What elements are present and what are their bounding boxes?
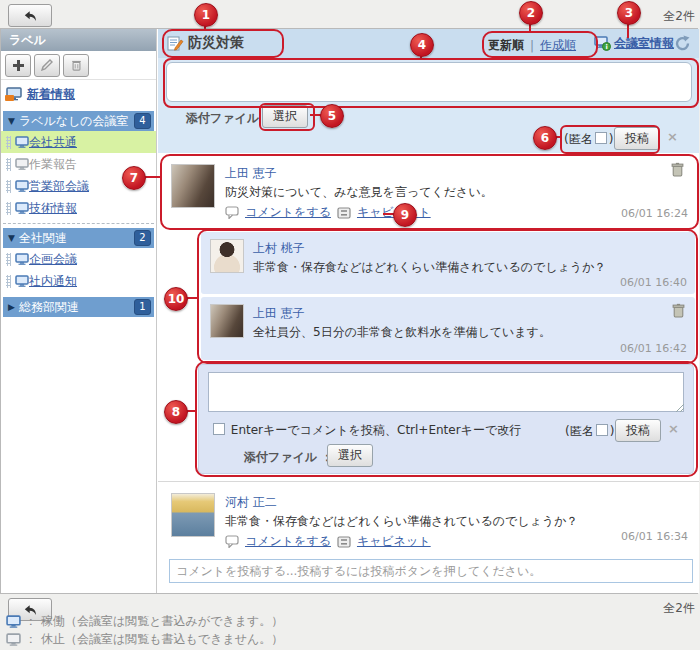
- topic-main: 防災対策 更新順 | 作成順 i 会議室情報: [158, 29, 699, 593]
- add-label-button[interactable]: [5, 54, 31, 77]
- comment-link[interactable]: コメントをする: [245, 533, 331, 550]
- comment-author[interactable]: 上田 恵子: [225, 165, 277, 182]
- room-info-link[interactable]: 会議室情報: [614, 35, 674, 52]
- sort-created-order[interactable]: 作成順: [540, 37, 576, 54]
- enter-hint-label: Enterキーでコメントを投稿、Ctrl+Enterキーで改行: [231, 423, 521, 437]
- post-button[interactable]: 投稿: [615, 419, 661, 442]
- drag-handle[interactable]: [6, 275, 11, 288]
- legend-suspended: ： 休止（会議室は閲覧も書込もできません。）: [6, 631, 283, 648]
- legend-text: 稼働（会議室は閲覧と書込みができます。）: [41, 613, 283, 630]
- reply-uemura: 上村 桃子 非常食・保存食などはどれくらい準備されているのでしょうか？ 06/0…: [201, 232, 695, 294]
- divider: [158, 481, 699, 482]
- cabinet-link[interactable]: キャビネット: [357, 533, 431, 550]
- cabinet-link[interactable]: キャビネット: [357, 204, 431, 221]
- group-count-badge: 1: [134, 299, 151, 315]
- new-info-icon: [5, 87, 23, 102]
- legend-text: 休止（会議室は閲覧も書込もできません。）: [41, 631, 283, 648]
- room-link[interactable]: 社内通知: [29, 273, 77, 290]
- delete-label-button[interactable]: [63, 54, 89, 77]
- drag-handle[interactable]: [6, 202, 11, 215]
- monitor-icon: [15, 253, 29, 265]
- drag-handle[interactable]: [6, 158, 11, 171]
- plus-icon: [13, 60, 24, 71]
- cabinet-icon: [337, 536, 351, 548]
- comment-link[interactable]: コメントをする: [245, 204, 331, 221]
- sidebar-item-kaisha-kyotsu[interactable]: 会社共通: [1, 131, 156, 153]
- callout-3: 3: [617, 1, 641, 25]
- sidebar-group-somubu[interactable]: ▶ 総務部関連 1: [3, 297, 154, 317]
- total-count-top: 全2件: [663, 8, 695, 25]
- avatar: [171, 164, 215, 208]
- anon-label: (匿名: [565, 424, 594, 438]
- drag-handle[interactable]: [6, 180, 11, 193]
- edit-label-button[interactable]: [34, 54, 60, 77]
- post-button[interactable]: 投稿: [614, 127, 660, 150]
- sidebar-item-gijutsu-joho[interactable]: 技術情報: [1, 197, 156, 219]
- room-label-disabled: 作業報告: [29, 156, 77, 173]
- comment-timestamp: 06/01 16:24: [621, 207, 688, 220]
- reply-ueda: 上田 恵子 全社員分、5日分の非常食と飲料水を準備しています。 06/01 16…: [201, 297, 695, 360]
- anonymous-checkbox[interactable]: [595, 132, 607, 144]
- comment-author[interactable]: 河村 正二: [225, 494, 277, 511]
- sort-separator: |: [530, 39, 534, 53]
- new-info-link[interactable]: 新着情報: [27, 86, 75, 103]
- reply-author[interactable]: 上田 恵子: [253, 305, 305, 322]
- room-link[interactable]: 会社共通: [29, 134, 77, 151]
- total-count-bottom: 全2件: [663, 600, 695, 617]
- delete-comment-icon[interactable]: [672, 303, 685, 318]
- divider: [3, 223, 154, 224]
- sidebar-item-eigyobu-kaigi[interactable]: 営業部会議: [1, 175, 156, 197]
- topic-title-wrap: 防災対策: [167, 34, 244, 52]
- refresh-icon[interactable]: [674, 35, 691, 52]
- enter-post-checkbox[interactable]: [213, 423, 225, 435]
- back-arrow-icon: [24, 10, 37, 22]
- speech-bubble-icon: [225, 206, 239, 219]
- comment-actions: コメントをする キャビネット: [225, 533, 431, 550]
- cabinet-icon: [337, 207, 351, 219]
- label-toolbar: [1, 51, 156, 80]
- back-button[interactable]: [8, 4, 52, 27]
- comment-input-box: [169, 559, 693, 583]
- delete-comment-icon[interactable]: [671, 162, 684, 177]
- reply-author[interactable]: 上村 桃子: [253, 240, 305, 257]
- file-select-button[interactable]: 選択: [262, 105, 308, 128]
- group-count-badge: 4: [134, 113, 151, 129]
- comment-input[interactable]: [170, 560, 692, 582]
- room-link[interactable]: 技術情報: [29, 200, 77, 217]
- pencil-icon: [41, 59, 53, 71]
- new-info-row: 新着情報: [1, 80, 156, 109]
- chevron-down-icon: ▼: [8, 116, 15, 126]
- drag-handle[interactable]: [6, 136, 11, 149]
- speech-bubble-icon: [225, 535, 239, 548]
- sidebar-group-no-label[interactable]: ▼ ラベルなしの会議室 4: [3, 111, 154, 131]
- room-link[interactable]: 企画会議: [29, 251, 77, 268]
- group-label: ラベルなしの会議室: [19, 113, 134, 130]
- anon-label-close: ): [609, 132, 614, 146]
- sidebar-item-kikaku-kaigi[interactable]: 企画会議: [1, 248, 156, 270]
- comment-body: 非常食・保存食などはどれくらい準備されているのでしょうか？: [225, 513, 578, 530]
- chevron-right-icon: ▶: [8, 302, 15, 312]
- enter-option: Enterキーでコメントを投稿、Ctrl+Enterキーで改行: [211, 422, 521, 439]
- new-comment-textarea[interactable]: [166, 62, 692, 102]
- room-link[interactable]: 営業部会議: [29, 178, 89, 195]
- group-label: 全社関連: [19, 230, 134, 247]
- reply-textarea[interactable]: [208, 372, 684, 412]
- reply-timestamp: 06/01 16:42: [620, 342, 687, 355]
- reply-body: 非常食・保存食などはどれくらい準備されているのでしょうか？: [253, 259, 606, 276]
- monitor-icon: [15, 202, 29, 214]
- drag-handle[interactable]: [6, 253, 11, 266]
- sidebar-item-sagyo-hokoku: 作業報告: [1, 153, 156, 175]
- sidebar-item-shanai-tsuchi[interactable]: 社内通知: [1, 270, 156, 292]
- anon-label: (匿名: [564, 132, 593, 146]
- avatar: [210, 304, 244, 338]
- avatar: [210, 239, 244, 273]
- reply-thread: 上村 桃子 非常食・保存食などはどれくらい準備されているのでしょうか？ 06/0…: [201, 232, 695, 360]
- anonymous-checkbox[interactable]: [596, 424, 608, 436]
- sidebar-group-zensha[interactable]: ▼ 全社関連 2: [3, 228, 154, 248]
- close-reply-icon[interactable]: ×: [668, 421, 679, 436]
- sort-updated-order[interactable]: 更新順: [488, 37, 524, 54]
- file-select-button[interactable]: 選択: [327, 444, 373, 467]
- close-compose-icon[interactable]: ×: [667, 129, 678, 144]
- room-panel: ラベル 新着情報 ▼ ラベルなしの会議室: [0, 28, 698, 594]
- attach-file-label: 添付ファイル ：: [244, 449, 333, 466]
